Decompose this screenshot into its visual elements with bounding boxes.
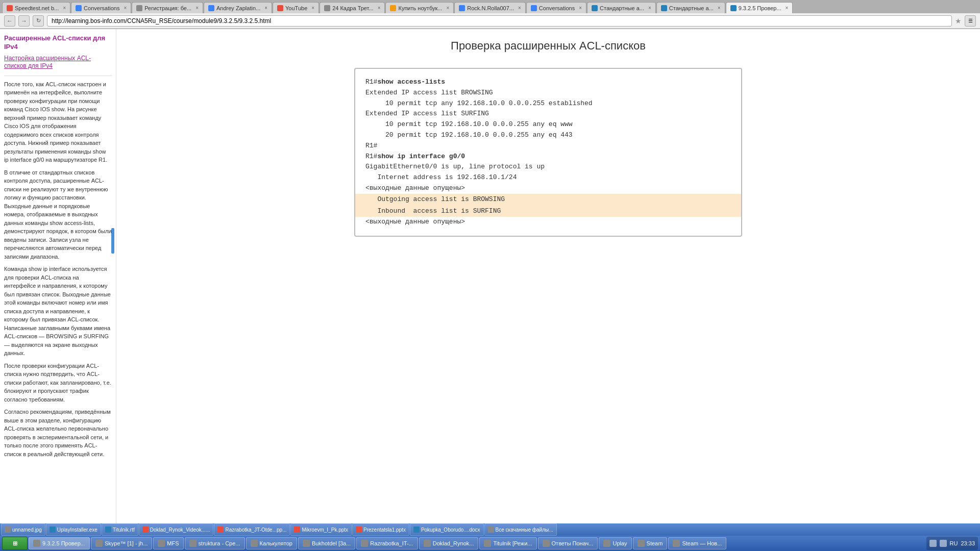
start-button[interactable]: ⊞ [2, 537, 28, 550]
terminal-line: 10 permit tcp 192.168.10.0 0.0.0.255 any… [365, 119, 731, 130]
taskbar-item-icon [33, 540, 40, 547]
terminal-line: 20 permit tcp 192.168.10.0 0.0.0.255 any… [365, 130, 731, 141]
tab-close-button[interactable]: × [518, 5, 521, 11]
browser-tab[interactable]: Conversations× [526, 2, 586, 13]
browser-tab[interactable]: 24 Кадра Трет...× [320, 2, 385, 13]
url-input[interactable] [47, 15, 952, 27]
file-tray-item[interactable]: UplayInstaller.exe [46, 523, 101, 536]
browser-tab[interactable]: Conversations× [71, 2, 131, 13]
sidebar-text-3: Команда show ip interface используется д… [4, 265, 112, 358]
taskbar-item[interactable]: Ответы Понач... [538, 537, 598, 549]
tab-close-button[interactable]: × [63, 5, 66, 11]
taskbar-item[interactable]: Калькулятор [246, 537, 297, 549]
taskbar-item-icon [158, 540, 165, 547]
terminal-line: Extended IP access list SURFING [365, 109, 731, 119]
file-tray-item[interactable]: Prezentatsla1.pptx [352, 523, 409, 536]
tab-close-button[interactable]: × [264, 5, 267, 11]
taskbar-item-label: Skype™ [1] - jh... [105, 540, 148, 546]
tab-close-button[interactable]: × [195, 5, 199, 11]
taskbar-item-label: Bukhotdel [3а... [312, 540, 351, 546]
tab-favicon-icon [592, 5, 598, 11]
file-icon [5, 527, 11, 533]
file-tray-item[interactable]: Pokupka_Oborudo....docx [410, 523, 484, 536]
taskbar-item[interactable]: 9.3.2.5 Провер... [29, 537, 90, 549]
tab-close-button[interactable]: × [718, 5, 721, 11]
tab-favicon-icon [76, 5, 82, 11]
content-area: Проверка расширенных ACL-списков R1#show… [116, 29, 980, 536]
forward-button[interactable]: → [18, 15, 30, 27]
file-name-label: unnamed.jpg [12, 527, 42, 533]
taskbar-item[interactable]: Razrabotka_IT-... [356, 537, 418, 549]
tab-label: Speedtest.net b... [15, 5, 59, 11]
tab-close-button[interactable]: × [648, 5, 651, 11]
taskbar-item-label: 9.3.2.5 Провер... [42, 540, 85, 546]
refresh-button[interactable]: ↻ [33, 15, 44, 27]
taskbar-item[interactable]: Skype™ [1] - jh... [91, 537, 152, 549]
file-icon [217, 527, 224, 533]
file-name-label: Doklad_Rynok_Videok...... [150, 527, 210, 533]
tab-favicon-icon [531, 5, 537, 11]
browser-tab[interactable]: Стандартные а...× [656, 2, 725, 13]
taskbar-item-icon [95, 540, 103, 547]
back-button[interactable]: ← [4, 15, 15, 27]
file-tray-item[interactable]: Все скачанные файлы... [484, 523, 557, 536]
browser-tab[interactable]: Rock.N.Rolla007...× [454, 2, 526, 13]
file-tray-item[interactable]: Titulnik.rtf [102, 523, 138, 536]
taskbar-item-icon [603, 540, 610, 547]
taskbar-item[interactable]: Steam [633, 537, 668, 549]
file-icon [105, 527, 111, 533]
taskbar-item-icon [251, 540, 258, 547]
tab-label: Conversations [84, 5, 119, 11]
file-icon [413, 527, 420, 533]
taskbar-item-icon [673, 540, 680, 547]
tab-close-button[interactable]: × [311, 5, 314, 11]
tab-close-button[interactable]: × [579, 5, 582, 11]
file-name-label: Pokupka_Oborudo....docx [421, 527, 480, 533]
file-name-label: Mikroevm_I_Pk.pptx [302, 527, 348, 533]
taskbar-item[interactable]: Steam — Нов... [668, 537, 726, 549]
tab-close-button[interactable]: × [378, 5, 381, 11]
terminal-line: R1#show ip interface g0/0 [365, 152, 731, 162]
taskbar-item-label: MFS [167, 540, 179, 546]
taskbar-item[interactable]: MFS [153, 537, 183, 549]
file-tray-item[interactable]: Razrabotka_JT-Otde...pp... [214, 523, 290, 536]
taskbar-item[interactable]: Uplay [599, 537, 631, 549]
file-name-label: Все скачанные файлы... [496, 527, 553, 533]
taskbar-item-icon [303, 540, 310, 547]
terminal-box: R1#show access-listsExtended IP access l… [354, 68, 742, 237]
taskbar-item[interactable]: Doklad_Rynok... [419, 537, 479, 549]
tab-close-button[interactable]: × [124, 5, 127, 11]
tab-close-button[interactable]: × [786, 5, 789, 11]
page-title: Проверка расширенных ACL-списков [137, 39, 960, 53]
tray-icon-volume [940, 540, 947, 547]
bookmark-star-icon[interactable]: ★ [955, 17, 962, 25]
browser-tab[interactable]: Регистрация: бе...× [132, 2, 203, 13]
terminal-line: R1# [365, 141, 731, 152]
browser-tab[interactable]: 9.3.2.5 Провер...× [726, 2, 793, 13]
taskbar-item-label: Uplay [612, 540, 627, 546]
browser-tab[interactable]: Speedtest.net b...× [2, 2, 70, 13]
file-icon [50, 527, 56, 533]
menu-button[interactable]: ☰ [965, 15, 976, 27]
sidebar-text-2: В отличие от стандартных списков контрол… [4, 168, 112, 261]
taskbar-item[interactable]: struktura - Сре... [185, 537, 245, 549]
file-tray-item[interactable]: unnamed.jpg [1, 523, 45, 536]
sidebar-subtitle[interactable]: Настройка расширенных ACL-списков для IP… [4, 55, 112, 70]
file-tray-item[interactable]: Mikroevm_I_Pk.pptx [290, 523, 352, 536]
terminal-line: <выходные данные опущены> [365, 217, 731, 228]
terminal-line: Internet address is 192.168.10.1/24 [365, 172, 731, 183]
browser-tab[interactable]: Купить ноутбук...× [385, 2, 454, 13]
tray-area: RU 23:33 [926, 537, 978, 550]
browser-tab[interactable]: Andrey Zaplatin...× [204, 2, 272, 13]
file-tray-item[interactable]: Doklad_Rynok_Videok...... [139, 523, 214, 536]
taskbar-item[interactable]: Bukhotdel [3а... [298, 537, 355, 549]
taskbar-item[interactable]: Titulnik [Режи... [479, 537, 536, 549]
browser-tab[interactable]: Стандартные а...× [587, 2, 656, 13]
file-icon [142, 527, 149, 533]
tab-favicon-icon [136, 5, 142, 11]
scroll-indicator [111, 228, 114, 254]
tab-favicon-icon [730, 5, 737, 11]
browser-tab[interactable]: YouTube× [273, 2, 319, 13]
tab-close-button[interactable]: × [446, 5, 449, 11]
tab-label: 24 Кадра Трет... [332, 5, 374, 11]
